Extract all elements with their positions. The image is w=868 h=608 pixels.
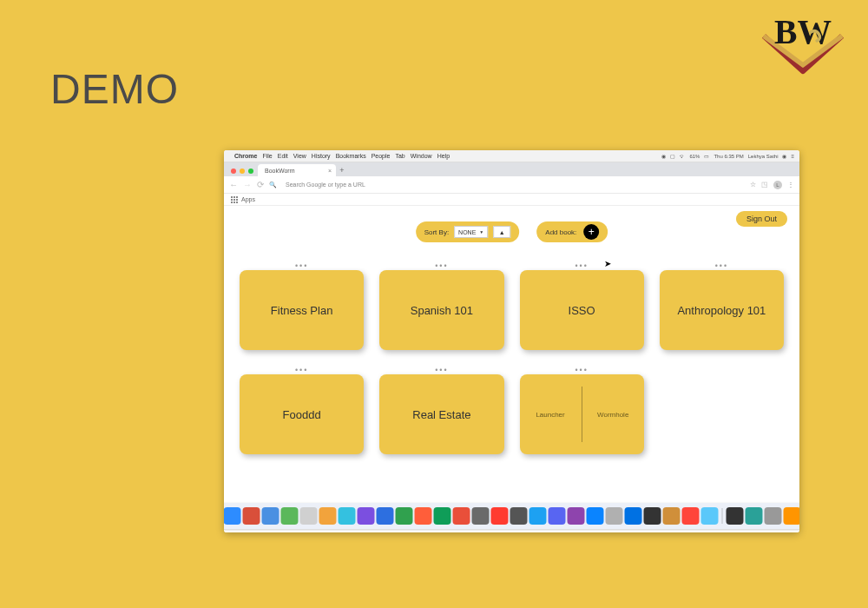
extension-icon[interactable]: ◳ — [761, 181, 768, 188]
dock-app-icon[interactable] — [643, 507, 661, 525]
bookmarks-apps-label[interactable]: Apps — [241, 196, 255, 202]
dock-app-icon[interactable] — [490, 507, 508, 525]
forward-icon: → — [243, 180, 252, 189]
dock-app-icon[interactable] — [357, 507, 374, 525]
card-title: Anthropology 101 — [677, 304, 766, 317]
card-menu-icon[interactable]: ••• — [575, 261, 588, 270]
tab-close-icon[interactable]: × — [328, 168, 332, 174]
card-menu-icon[interactable]: ••• — [715, 261, 728, 270]
dock-app-icon[interactable] — [224, 507, 240, 525]
dock-app-icon[interactable] — [319, 507, 336, 525]
menu-file[interactable]: File — [262, 153, 272, 159]
card-menu-icon[interactable]: ••• — [295, 366, 308, 374]
omnibox[interactable]: Search Google or type a URL — [282, 182, 745, 188]
card-half-left[interactable]: Launcher — [520, 411, 582, 419]
card-menu-icon[interactable]: ••• — [435, 366, 448, 374]
dock-app-icon[interactable] — [681, 507, 699, 525]
sort-direction-button[interactable]: ▲ — [493, 226, 510, 238]
card-half-right[interactable]: Wormhole — [582, 411, 644, 419]
card-menu-icon[interactable]: ••• — [435, 261, 448, 270]
book-card[interactable]: Anthropology 101 — [660, 270, 784, 350]
menubar-app-name[interactable]: Chrome — [234, 153, 257, 159]
dock-app-icon[interactable] — [376, 507, 393, 525]
menu-help[interactable]: Help — [437, 153, 450, 159]
dock-app-icon[interactable] — [726, 507, 743, 525]
menu-people[interactable]: People — [372, 153, 391, 159]
tab-title: BookWorm — [265, 168, 295, 174]
card-title: Fitness Plan — [271, 304, 333, 317]
bookmarks-bar: Apps — [224, 194, 799, 206]
dock-app-icon[interactable] — [452, 507, 470, 525]
card-title: ISSO — [569, 304, 595, 317]
siri-icon[interactable]: ◉ — [782, 153, 786, 159]
dock-app-icon[interactable] — [299, 507, 317, 525]
dock-app-icon[interactable] — [433, 507, 450, 525]
book-card[interactable]: ISSO — [520, 270, 644, 350]
dock-app-icon[interactable] — [567, 507, 584, 525]
add-book-label: Add book: — [545, 228, 576, 236]
back-icon[interactable]: ← — [229, 180, 238, 189]
book-card-wrap: •••LauncherWormhole — [520, 366, 644, 454]
dock-app-icon[interactable] — [414, 507, 431, 525]
status-icon[interactable]: ◉ — [661, 153, 666, 159]
book-card-wrap: •••Real Estate — [379, 366, 503, 454]
window-close-icon[interactable] — [231, 169, 236, 174]
new-tab-button[interactable]: + — [336, 164, 348, 176]
menu-history[interactable]: History — [312, 153, 331, 159]
dock-app-icon[interactable] — [529, 507, 546, 525]
sort-control: Sort By: NONE▼ ▲ — [416, 221, 520, 242]
dock-app-icon[interactable] — [280, 507, 298, 525]
profile-avatar[interactable]: L — [773, 181, 782, 189]
menu-bookmarks[interactable]: Bookmarks — [336, 153, 366, 159]
menu-view[interactable]: View — [293, 153, 306, 159]
window-zoom-icon[interactable] — [248, 169, 253, 174]
card-title: Spanish 101 — [411, 304, 473, 317]
dock-app-icon[interactable] — [700, 507, 718, 525]
dock-app-icon[interactable] — [662, 507, 680, 525]
chrome-menu-icon[interactable]: ⋮ — [787, 181, 794, 188]
book-card[interactable]: Spanish 101 — [379, 270, 503, 350]
wifi-icon[interactable]: ᯤ — [680, 154, 685, 159]
dock-app-icon[interactable] — [605, 507, 622, 525]
chrome-toolbar: ← → ⟳ 🔍 Search Google or type a URL ☆ ◳ … — [224, 176, 799, 194]
dock-app-icon[interactable] — [745, 507, 762, 525]
dock-app-icon[interactable] — [548, 507, 565, 525]
dock-app-icon[interactable] — [764, 507, 781, 525]
clock[interactable]: Thu 6:35 PM — [713, 154, 743, 159]
card-menu-icon[interactable]: ••• — [295, 261, 308, 270]
add-book-button[interactable]: + — [583, 224, 599, 240]
user-name[interactable]: Lekhya Sathi — [748, 154, 779, 159]
window-minimize-icon[interactable] — [240, 169, 245, 174]
menu-edit[interactable]: Edit — [278, 153, 288, 159]
dock-app-icon[interactable] — [338, 507, 355, 525]
book-card[interactable]: Fooddd — [240, 374, 364, 454]
reload-icon[interactable]: ⟳ — [257, 180, 264, 189]
dock-app-icon[interactable] — [261, 507, 279, 525]
dock-app-icon[interactable] — [586, 507, 603, 525]
controls-row: Sort By: NONE▼ ▲ Add book: + — [416, 221, 608, 242]
dock-app-icon[interactable] — [783, 507, 799, 525]
sort-select[interactable]: NONE▼ — [454, 226, 488, 238]
menu-window[interactable]: Window — [411, 153, 432, 159]
battery-icon[interactable]: ▭ — [704, 153, 709, 159]
dock-separator — [721, 508, 722, 524]
book-card[interactable]: Real Estate — [379, 374, 503, 454]
star-icon[interactable]: ☆ — [750, 181, 756, 188]
card-menu-icon[interactable]: ••• — [575, 366, 588, 374]
book-card-grid: •••Fitness Plan•••Spanish 101•••ISSO•••A… — [240, 261, 784, 454]
sign-out-button[interactable]: Sign Out — [736, 211, 787, 227]
browser-tab[interactable]: BookWorm × — [258, 164, 336, 176]
book-card-wrap: •••Anthropology 101 — [660, 261, 784, 350]
book-card-wrap: •••Spanish 101 — [379, 261, 503, 350]
book-card[interactable]: Fitness Plan — [240, 270, 364, 350]
dock-app-icon[interactable] — [242, 507, 260, 525]
airplay-icon[interactable]: ▢ — [670, 153, 675, 159]
apps-grid-icon[interactable] — [231, 196, 238, 203]
dock-app-icon[interactable] — [510, 507, 527, 525]
dock-app-icon[interactable] — [471, 507, 489, 525]
book-card[interactable]: LauncherWormhole — [520, 374, 644, 454]
dock-app-icon[interactable] — [395, 507, 412, 525]
dock-app-icon[interactable] — [624, 507, 641, 525]
notification-icon[interactable]: ≡ — [791, 154, 794, 159]
menu-tab[interactable]: Tab — [395, 153, 404, 159]
